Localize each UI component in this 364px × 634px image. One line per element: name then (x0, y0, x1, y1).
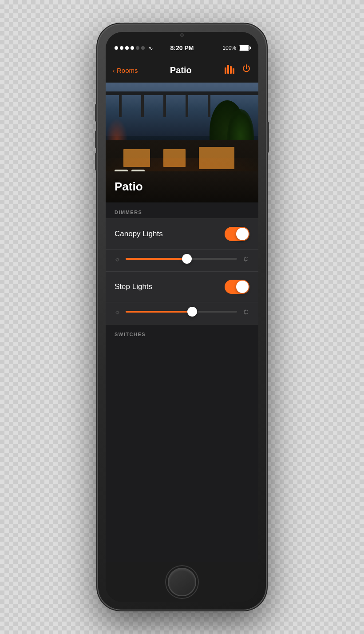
back-label[interactable]: Rooms (117, 67, 138, 74)
page-title: Patio (170, 65, 192, 75)
battery-area: 100% (222, 45, 249, 51)
hero-title: Patio (115, 180, 143, 194)
dimmers-section-header: DIMMERS (106, 202, 258, 218)
step-slider-fill (126, 311, 192, 313)
battery-percent: 100% (222, 45, 236, 51)
canopy-lights-slider-row: ☼ ☼ (106, 250, 258, 271)
brightness-max-icon-2: ☼ (242, 307, 250, 316)
svg-rect-3 (233, 68, 234, 74)
home-button[interactable] (168, 568, 196, 596)
step-slider-thumb[interactable] (187, 307, 197, 317)
svg-rect-2 (230, 66, 232, 74)
wifi-icon: ∿ (148, 45, 153, 52)
status-bar: ∿ 8:20 PM 100% (106, 38, 258, 58)
canopy-lights-slider[interactable] (126, 258, 237, 260)
battery-fill (240, 46, 249, 50)
camera-dot (180, 33, 184, 37)
brightness-min-icon-1: ☼ (115, 255, 120, 262)
step-lights-label: Step Lights (115, 282, 152, 291)
canopy-lights-toggle[interactable] (225, 227, 249, 241)
canopy-slider-fill (126, 258, 187, 260)
signal-area: ∿ (115, 45, 153, 52)
signal-dot-2 (120, 46, 123, 50)
hero-section: Patio (106, 83, 258, 202)
canopy-slider-thumb[interactable] (182, 254, 192, 264)
signal-dot-5 (136, 46, 139, 50)
signal-dot-1 (115, 46, 118, 50)
switches-section-header: SWITCHES (106, 325, 258, 341)
step-lights-toggle-knob (236, 281, 249, 293)
step-lights-toggle[interactable] (225, 280, 249, 294)
power-icon[interactable] (241, 64, 251, 76)
scenes-icon[interactable] (224, 64, 234, 76)
home-button-area (106, 562, 258, 602)
chevron-left-icon: ‹ (113, 67, 115, 74)
brightness-max-icon-1: ☼ (242, 254, 250, 263)
step-lights-slider[interactable] (126, 311, 237, 313)
nav-bar: ‹ Rooms Patio (106, 58, 258, 83)
canopy-lights-toggle-knob (236, 228, 249, 240)
battery-icon (239, 45, 249, 51)
back-button[interactable]: ‹ Rooms (113, 67, 138, 74)
nav-actions (224, 64, 251, 76)
signal-dot-4 (131, 46, 134, 50)
clock: 8:20 PM (170, 44, 194, 52)
signal-dot-3 (125, 46, 129, 50)
svg-rect-1 (227, 65, 229, 74)
canopy-lights-row: Canopy Lights (106, 219, 258, 250)
canopy-lights-label: Canopy Lights (115, 230, 163, 238)
phone-screen: ∿ 8:20 PM 100% ‹ Rooms Patio (106, 32, 258, 602)
signal-dot-6 (141, 46, 145, 50)
step-lights-row: Step Lights (106, 272, 258, 302)
dimmers-card: Canopy Lights ☼ ☼ Ste (106, 218, 258, 325)
step-lights-slider-row: ☼ ☼ (106, 302, 258, 324)
camera-area (106, 32, 258, 38)
phone-frame: ∿ 8:20 PM 100% ‹ Rooms Patio (98, 24, 266, 610)
main-content: DIMMERS Canopy Lights ☼ ☼ (106, 202, 258, 562)
svg-rect-0 (225, 67, 226, 74)
brightness-min-icon-2: ☼ (115, 308, 120, 315)
